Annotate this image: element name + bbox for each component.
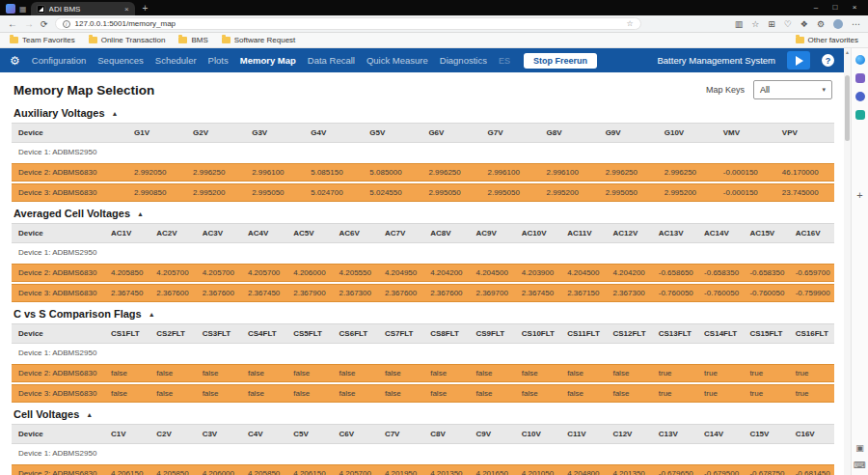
value-cell	[775, 143, 834, 163]
touch-keyboard-icon[interactable]: ⌨	[854, 461, 866, 470]
column-header: CS13FLT	[652, 324, 697, 344]
tab-configuration[interactable]: Configuration	[32, 55, 87, 66]
sidebar-shopping-icon[interactable]	[855, 73, 865, 83]
bookmark-team-favorites[interactable]: Team Favorites	[10, 36, 75, 44]
column-header: C4V	[241, 425, 286, 444]
address-bar[interactable]: i 127.0.0.1:5001/memory_map ☆	[55, 17, 641, 30]
device-cell: Device 2: ADBMS6830	[12, 363, 104, 383]
other-favorites[interactable]: Other favorites	[796, 36, 858, 44]
value-cell: 2.995200	[186, 182, 245, 202]
favorites-icon[interactable]: ☆	[751, 19, 759, 29]
browser-tab[interactable]: ADI BMS ×	[31, 2, 135, 15]
sidebar-teams-icon[interactable]	[855, 92, 865, 101]
maximize-button[interactable]: □	[826, 0, 845, 15]
titlebar: ▦ ADI BMS × + – □ ×	[0, 0, 868, 15]
value-cell: 2.996100	[245, 162, 304, 182]
stop-freerun-button[interactable]: Stop Freerun	[524, 53, 597, 69]
tab-memory-map[interactable]: Memory Map	[240, 55, 296, 66]
value-cell	[515, 243, 560, 264]
refresh-icon[interactable]: ⟳	[41, 19, 48, 29]
browser-essentials-icon[interactable]: ♡	[784, 19, 792, 29]
bookmark-bms[interactable]: BMS	[178, 36, 207, 44]
value-cell: true	[652, 383, 697, 403]
column-header: C16V	[789, 425, 834, 444]
folder-icon	[796, 37, 804, 43]
bookmark-online-transaction[interactable]: Online Transaction	[89, 36, 166, 44]
scroll-up-icon[interactable]: ▲	[844, 49, 851, 55]
collections-icon[interactable]: ⊞	[768, 19, 775, 29]
section-title: Averaged Cell Voltages	[14, 208, 130, 219]
scrollbar-thumb[interactable]	[845, 75, 850, 141]
table-row[interactable]: Device 3: ADBMS6830falsefalsefalsefalsef…	[12, 383, 834, 403]
table-row[interactable]: Device 3: ADBMS68302.3674502.3676002.367…	[12, 283, 834, 302]
browser-toolbar: ← → ⟳ i 127.0.0.1:5001/memory_map ☆ ▥ ☆ …	[0, 15, 868, 33]
value-cell	[515, 344, 560, 364]
value-cell: false	[333, 363, 378, 383]
sidebar-search-icon[interactable]	[855, 55, 865, 65]
table-row[interactable]: Device 1: ADBMS2950	[12, 444, 834, 464]
value-cell	[652, 243, 697, 264]
column-header: G5V	[363, 124, 421, 143]
collapse-arrow-icon[interactable]: ▲	[149, 311, 155, 318]
page-title: Memory Map Selection	[14, 83, 154, 98]
table-row[interactable]: Device 2: ADBMS68302.9920502.9962502.996…	[12, 162, 834, 182]
folder-icon	[89, 37, 97, 43]
new-tab-button[interactable]: +	[143, 3, 149, 14]
bookmarks-list: Team FavoritesOnline TransactionBMSSoftw…	[10, 36, 295, 44]
forward-icon[interactable]: →	[24, 18, 34, 29]
section-auxiliary-voltages: Auxiliary Voltages▲DeviceG1VG2VG3VG4VG5V…	[12, 107, 834, 202]
gear-icon[interactable]: ⚙	[10, 54, 20, 68]
settings-icon[interactable]: ⚙	[817, 19, 825, 29]
tab-sequences[interactable]: Sequences	[97, 55, 144, 66]
table-row[interactable]: Device 2: ADBMS68304.2058504.2057004.205…	[12, 263, 834, 283]
folder-icon	[10, 37, 18, 43]
more-menu-icon[interactable]: ⋯	[852, 19, 860, 29]
tab-data-recall[interactable]: Data Recall	[308, 55, 355, 66]
table-row[interactable]: Device 1: ADBMS2950	[12, 143, 834, 163]
collapse-arrow-icon[interactable]: ▲	[112, 110, 119, 117]
value-cell	[286, 243, 332, 264]
table-row[interactable]: Device 2: ADBMS6830falsefalsefalsefalsef…	[12, 363, 834, 383]
value-cell: 5.024700	[304, 182, 363, 202]
extensions-icon[interactable]: ❖	[800, 19, 808, 29]
site-info-icon[interactable]: i	[63, 20, 70, 28]
value-cell: true	[697, 363, 743, 383]
value-cell: 2.995050	[480, 182, 539, 202]
sidebar-games-icon[interactable]	[855, 110, 865, 120]
tab-quick-measure[interactable]: Quick Measure	[366, 55, 428, 66]
collapse-arrow-icon[interactable]: ▲	[137, 210, 144, 217]
screen-capture-icon[interactable]: ▣	[855, 443, 864, 453]
table-row[interactable]: Device 1: ADBMS2950	[12, 344, 834, 364]
map-keys-select[interactable]: All ▾	[753, 80, 832, 99]
table-row[interactable]: Device 1: ADBMS2950	[12, 243, 834, 264]
bookmark-software-request[interactable]: Software Request	[222, 36, 296, 44]
table-row[interactable]: Device 3: ADBMS68302.9908502.9952002.995…	[12, 182, 834, 202]
tab-diagnostics[interactable]: Diagnostics	[440, 55, 487, 66]
sidebar-bottom: ▣ ⌨	[854, 443, 866, 470]
tab-close-icon[interactable]: ×	[124, 5, 129, 14]
add-favorite-icon[interactable]: ☆	[626, 19, 633, 28]
value-cell: 2.995200	[540, 182, 599, 202]
column-header: CS9FLT	[470, 324, 515, 344]
minimize-button[interactable]: –	[806, 0, 826, 15]
value-cell	[378, 444, 423, 464]
tab-plots[interactable]: Plots	[208, 55, 229, 66]
table-row[interactable]: Device 2: ADBMS68304.2061504.2058504.206…	[12, 463, 834, 475]
sidebar-add-icon[interactable]: +	[856, 190, 862, 200]
page-scrollbar[interactable]: ▲	[844, 48, 851, 475]
column-header: CS12FLT	[606, 324, 651, 344]
value-cell	[606, 344, 651, 364]
tab-scheduler[interactable]: Scheduler	[155, 55, 197, 66]
split-screen-icon[interactable]: ▥	[735, 19, 744, 29]
column-header: CS8FLT	[423, 324, 469, 344]
column-header: VPV	[775, 124, 834, 143]
back-icon[interactable]: ←	[8, 18, 17, 29]
close-button[interactable]: ×	[845, 0, 864, 15]
workspaces-icon[interactable]	[6, 4, 15, 14]
collapse-arrow-icon[interactable]: ▲	[86, 411, 93, 418]
play-button[interactable]	[787, 51, 810, 70]
value-cell: -0.000150	[717, 162, 775, 182]
profile-avatar[interactable]	[833, 19, 843, 29]
tab-actions-icon[interactable]: ▦	[19, 5, 27, 14]
help-icon[interactable]: ?	[822, 54, 834, 67]
